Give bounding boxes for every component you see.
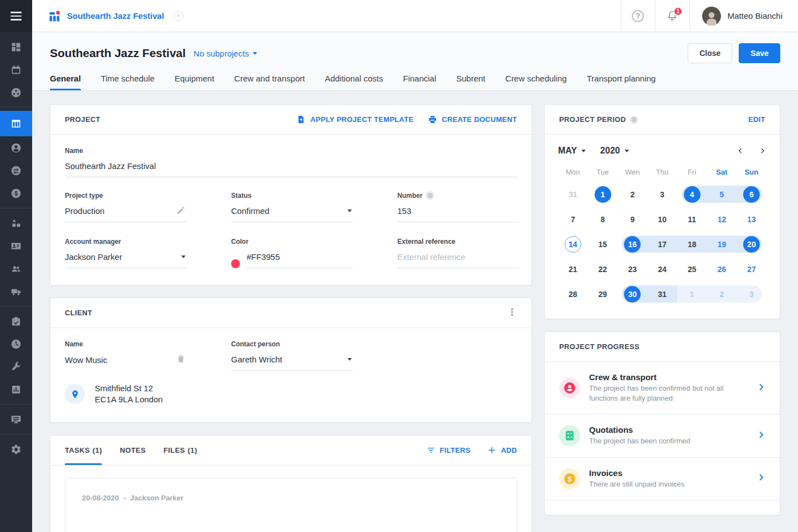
calendar-day[interactable]: 23 [617,257,647,282]
sidebar-item-dashboard[interactable] [0,35,32,58]
sidebar-item-reports[interactable] [0,378,32,401]
calendar-day[interactable]: 1 [588,182,618,207]
calendar-day[interactable]: 29 [588,282,618,306]
add-button[interactable]: ADD [487,446,517,455]
sidebar-item-finance[interactable]: $ [0,182,32,204]
tab-subrent[interactable]: Subrent [456,74,485,90]
account-manager-select[interactable]: Jackson Parker [65,247,187,268]
tab-transport-planning[interactable]: Transport planning [587,74,656,90]
sidebar-item-projects[interactable] [0,111,32,136]
sidebar-item-repairs[interactable] [0,355,32,378]
status-select[interactable]: Confirmed [231,201,353,222]
calendar-day[interactable]: 4 [677,182,707,207]
project-type-field[interactable]: Production [65,201,187,222]
sidebar-item-calendar[interactable] [0,58,32,81]
calendar-day[interactable]: 21 [558,257,588,282]
tab-financial[interactable]: Financial [403,74,436,90]
calendar-day[interactable]: 2 [617,182,647,207]
calendar-day[interactable]: 2 [707,282,737,306]
sidebar-item-equipment[interactable] [0,212,32,234]
prev-month-icon[interactable] [736,147,744,155]
calendar-day[interactable]: 3 [736,282,766,306]
color-swatch[interactable] [231,259,240,268]
sidebar-item-tasks[interactable] [0,310,32,332]
calendar-day[interactable]: 10 [647,207,677,232]
calendar-day[interactable]: 17 [647,232,677,257]
calendar-day[interactable]: 13 [736,207,766,232]
calendar-day[interactable]: 31 [558,182,588,207]
calendar-day[interactable]: 3 [647,182,677,207]
sidebar-item-time[interactable] [0,332,32,355]
calendar-day[interactable]: 28 [558,282,588,306]
filters-button[interactable]: FILTERS [426,446,470,455]
edit-period-button[interactable]: EDIT [748,115,765,124]
sidebar-item-account[interactable] [0,136,32,159]
calendar-day[interactable]: 25 [677,257,707,282]
tab-crew-scheduling[interactable]: Crew scheduling [505,74,567,90]
close-button[interactable]: Close [688,43,732,63]
tab-close-icon[interactable]: × [173,11,183,21]
create-document-button[interactable]: CREATE DOCUMENT [428,115,517,124]
save-button[interactable]: Save [739,43,780,63]
user-menu[interactable]: Matteo Bianchi [689,0,798,32]
calendar-day[interactable]: 24 [647,257,677,282]
help-button[interactable]: ? [621,0,655,32]
month-select[interactable]: MAY [558,146,586,156]
progress-item-quotations[interactable]: Quotations The project has been confirme… [545,415,780,457]
pencil-icon[interactable] [176,206,186,217]
external-reference-field[interactable] [397,247,519,268]
calendar-day[interactable]: 22 [588,257,618,282]
calendar-day[interactable]: 16 [617,232,647,257]
calendar-day[interactable]: 8 [588,207,618,232]
year-select[interactable]: 2020 [600,146,629,156]
trash-icon[interactable] [176,354,186,365]
calendar-day[interactable]: 15 [588,232,618,257]
tab-time-schedule[interactable]: Time schedule [101,74,155,90]
color-field[interactable]: #FF3955 [247,247,353,268]
progress-item-invoices[interactable]: $ Invoices There are still unpaid invoic… [545,458,780,500]
number-field[interactable] [397,201,519,222]
calendar-day[interactable]: 18 [677,232,707,257]
calendar-day[interactable]: 14 [558,232,588,257]
external-reference-input[interactable] [397,252,518,262]
task-list-item[interactable]: 20-08-2020 - Jackson Parker [65,478,517,532]
calendar-day[interactable]: 19 [707,232,737,257]
calendar-day[interactable]: 7 [558,207,588,232]
sidebar-item-transport[interactable] [0,280,32,303]
sidebar-item-contacts[interactable] [0,234,32,257]
calendar-day[interactable]: 12 [707,207,737,232]
next-month-icon[interactable] [759,147,766,155]
project-name-field[interactable] [65,156,517,177]
calendar-day[interactable]: 30 [617,282,647,306]
tab-crew-and-transport[interactable]: Crew and transport [234,74,305,90]
progress-item-crew-transport[interactable]: Crew & transport The project has been co… [545,362,780,415]
tab-notes[interactable]: NOTES [120,436,146,465]
sidebar-item-wheel[interactable] [0,81,32,104]
calendar-day[interactable]: 20 [736,232,766,257]
tab-equipment[interactable]: Equipment [175,74,214,90]
calendar-day[interactable]: 5 [707,182,737,207]
sidebar-item-settings[interactable] [0,438,32,461]
sidebar-item-transfers[interactable] [0,159,32,182]
number-input[interactable] [397,206,518,216]
calendar-day[interactable]: 27 [736,257,766,282]
sidebar-item-crew[interactable] [0,257,32,280]
calendar-day[interactable]: 9 [617,207,647,232]
subprojects-dropdown[interactable]: No subprojects [193,49,257,58]
project-name-input[interactable] [65,161,516,171]
calendar-day[interactable]: 1 [677,282,707,306]
tab-general[interactable]: General [50,74,81,90]
contact-person-select[interactable]: Gareth Wricht [231,350,353,371]
calendar-day[interactable]: 26 [707,257,737,282]
menu-icon[interactable] [0,0,32,32]
tab-tasks[interactable]: TASKS(1) [65,436,102,465]
sidebar-item-board[interactable] [0,408,32,431]
kebab-menu-icon[interactable] [507,307,517,319]
tab-files[interactable]: FILES(1) [163,436,197,465]
open-project-tab[interactable]: Southearth Jazz Festival × [32,0,198,32]
calendar-day[interactable]: 31 [647,282,677,306]
calendar-day[interactable]: 6 [736,182,766,207]
notifications-button[interactable]: 1 [655,0,689,32]
tab-additional-costs[interactable]: Additional costs [325,74,383,90]
apply-project-template-button[interactable]: APPLY PROJECT TEMPLATE [296,115,413,124]
